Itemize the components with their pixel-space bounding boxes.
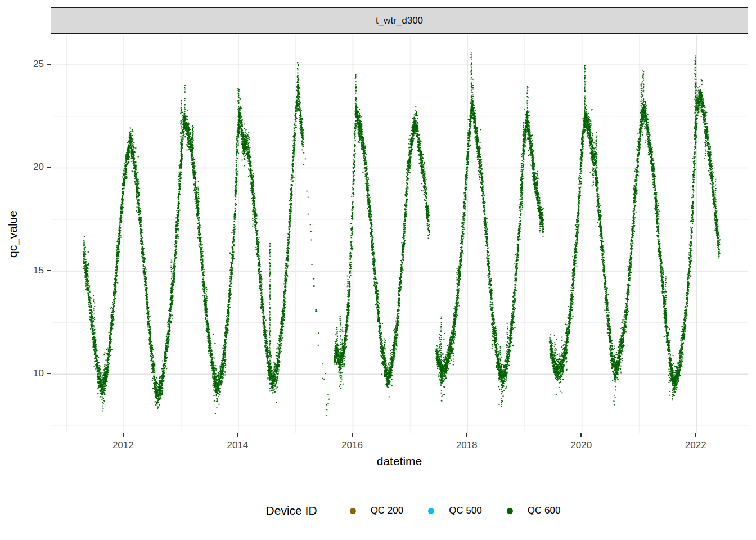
x-tick-label: 2014 <box>215 440 260 451</box>
x-tick-label: 2022 <box>673 440 718 451</box>
facet-strip-title: t_wtr_d300 <box>376 15 423 26</box>
y-tick-label: 15 <box>16 265 44 276</box>
y-axis-tick <box>47 373 51 374</box>
x-tick-label: 2016 <box>330 440 375 451</box>
y-axis-title: qc_value <box>6 122 20 346</box>
x-tick-label: 2018 <box>444 440 489 451</box>
x-tick-label: 2012 <box>101 440 146 451</box>
legend-item-qc200: QC 200 <box>350 505 404 516</box>
x-axis-title: datetime <box>51 454 748 468</box>
y-axis-tick <box>47 64 51 65</box>
legend-item-qc600: QC 600 <box>507 505 561 516</box>
qc200-dot-icon <box>350 508 356 514</box>
y-tick-label: 20 <box>16 161 44 173</box>
y-axis-tick <box>47 270 51 271</box>
legend-title: Device ID <box>266 504 317 518</box>
legend: Device ID QC 200 QC 500 QC 600 <box>0 501 756 521</box>
y-tick-label: 10 <box>16 368 44 379</box>
legend-label-qc200: QC 200 <box>371 505 404 516</box>
plot-panel <box>51 33 748 433</box>
figure: t_wtr_d300 20122014201620182020202210152… <box>0 0 756 540</box>
qc600-dot-icon <box>507 508 513 514</box>
x-axis-tick <box>237 433 238 437</box>
facet-strip: t_wtr_d300 <box>51 7 748 34</box>
x-axis-tick <box>695 433 696 437</box>
qc500-dot-icon <box>428 508 434 514</box>
y-tick-label: 25 <box>16 58 44 70</box>
x-axis-tick <box>123 433 124 437</box>
y-axis-tick <box>47 166 51 168</box>
x-tick-label: 2020 <box>559 440 604 451</box>
scatter-plot-canvas <box>52 35 748 433</box>
legend-label-qc600: QC 600 <box>528 505 561 516</box>
x-axis-tick <box>352 433 353 437</box>
x-axis-tick <box>580 433 582 437</box>
legend-item-qc500: QC 500 <box>428 505 482 516</box>
legend-label-qc500: QC 500 <box>449 505 482 516</box>
x-axis-tick <box>466 433 467 437</box>
